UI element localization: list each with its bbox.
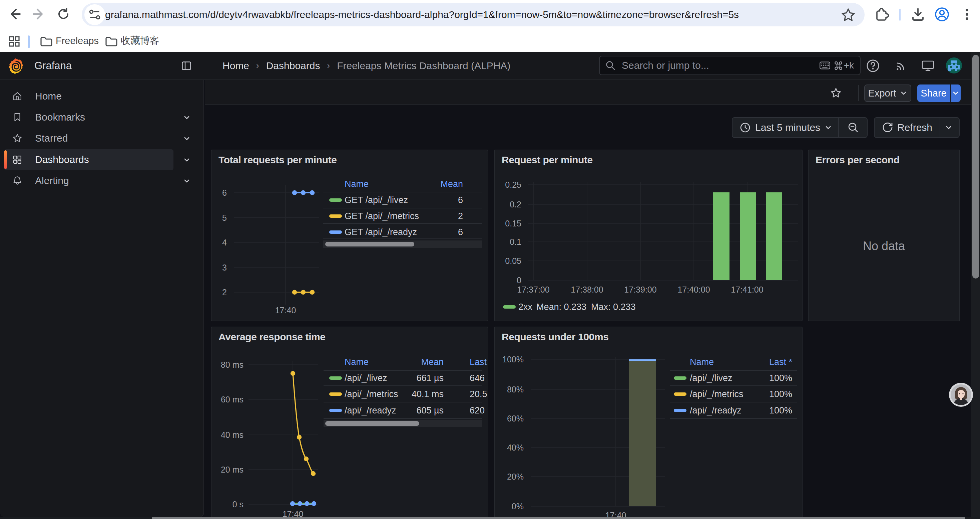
svg-text:80 ms: 80 ms [221, 360, 243, 369]
svg-text:2: 2 [222, 287, 227, 297]
svg-text:17:39:00: 17:39:00 [624, 285, 657, 294]
svg-text:60%: 60% [507, 414, 524, 423]
svg-text:4: 4 [222, 238, 227, 247]
svg-text:17:41:00: 17:41:00 [731, 285, 763, 294]
svg-text:0.2: 0.2 [510, 200, 521, 209]
svg-text:3: 3 [222, 263, 227, 272]
svg-text:0 s: 0 s [232, 500, 243, 509]
svg-text:40 ms: 40 ms [221, 430, 243, 439]
svg-text:17:38:00: 17:38:00 [571, 285, 603, 294]
svg-text:40%: 40% [507, 443, 524, 452]
svg-text:5: 5 [222, 213, 227, 222]
svg-text:0: 0 [517, 276, 521, 285]
svg-text:17:40:00: 17:40:00 [678, 285, 710, 294]
svg-text:0%: 0% [512, 501, 524, 511]
svg-text:0.1: 0.1 [510, 237, 521, 246]
svg-text:100%: 100% [502, 355, 524, 364]
svg-text:17:37:00: 17:37:00 [517, 285, 549, 294]
svg-text:0.05: 0.05 [505, 256, 521, 265]
svg-text:17:40: 17:40 [275, 306, 296, 315]
svg-text:20%: 20% [507, 472, 524, 481]
svg-text:6: 6 [222, 188, 227, 197]
svg-text:20 ms: 20 ms [221, 465, 243, 474]
svg-text:60 ms: 60 ms [221, 395, 243, 404]
svg-text:0.25: 0.25 [505, 180, 521, 189]
svg-text:0.15: 0.15 [505, 219, 521, 228]
svg-text:80%: 80% [507, 385, 524, 394]
